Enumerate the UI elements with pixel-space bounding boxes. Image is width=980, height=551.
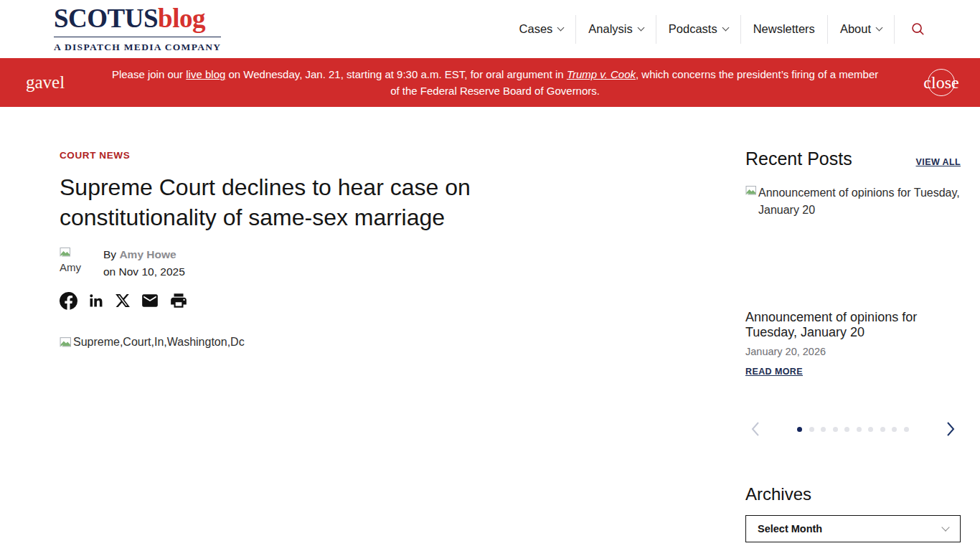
carousel-dots bbox=[764, 427, 942, 432]
broken-image-icon bbox=[60, 247, 71, 258]
share-row bbox=[60, 291, 542, 310]
carousel-dot[interactable] bbox=[821, 427, 826, 432]
chevron-left-icon bbox=[748, 420, 764, 438]
post-thumbnail[interactable]: Announcement of opinions for Tuesday, Ja… bbox=[745, 184, 961, 303]
avatar: Amy bbox=[60, 242, 91, 274]
recent-posts-carousel bbox=[745, 420, 961, 438]
nav-item-about[interactable]: About bbox=[828, 22, 894, 36]
byline-date: on Nov 10, 2025 bbox=[103, 263, 185, 281]
recent-posts-header: Recent Posts VIEW ALL bbox=[745, 149, 961, 169]
post-thumbnail-alt-text: Announcement of opinions for Tuesday, Ja… bbox=[758, 184, 961, 219]
nav-item-label: About bbox=[840, 22, 871, 36]
carousel-dot[interactable] bbox=[868, 427, 873, 432]
nav-item-cases[interactable]: Cases bbox=[507, 22, 576, 36]
carousel-dot[interactable] bbox=[904, 427, 909, 432]
main-content: COURT NEWS Supreme Court declines to hea… bbox=[0, 107, 980, 551]
banner-text: on Wednesday, Jan. 21, starting at 9:30 … bbox=[225, 68, 567, 80]
post-thumbnail-alt: Announcement of opinions for Tuesday, Ja… bbox=[745, 184, 961, 219]
live-blog-link[interactable]: live blog bbox=[186, 68, 225, 80]
carousel-dot[interactable] bbox=[892, 427, 897, 432]
chevron-down-icon bbox=[722, 24, 729, 32]
featured-image: Supreme,Court,In,Washington,Dc bbox=[60, 336, 542, 551]
search-button[interactable] bbox=[895, 22, 925, 37]
sidebar: Recent Posts VIEW ALL Announcement of op… bbox=[745, 149, 961, 551]
site-logo[interactable]: SCOTUSblog A DISPATCH MEDIA COMPANY bbox=[54, 5, 221, 53]
banner-message: Please join our live blog on Wednesday, … bbox=[90, 66, 900, 99]
carousel-dot[interactable] bbox=[844, 427, 849, 432]
nav-item-label: Analysis bbox=[588, 22, 632, 36]
byline-prefix: By bbox=[103, 248, 119, 260]
banner-close-button[interactable]: close bbox=[925, 67, 957, 98]
view-all-link[interactable]: VIEW ALL bbox=[916, 157, 961, 167]
archives-select-value: Select Month bbox=[758, 523, 822, 534]
nav-item-newsletters[interactable]: Newsletters bbox=[741, 22, 827, 36]
search-icon bbox=[910, 22, 925, 37]
banner-text: Please join our bbox=[112, 68, 186, 80]
article-column: COURT NEWS Supreme Court declines to hea… bbox=[60, 149, 542, 551]
x-twitter-icon[interactable] bbox=[115, 293, 131, 309]
author-link[interactable]: Amy Howe bbox=[119, 248, 176, 260]
read-more-link[interactable]: READ MORE bbox=[745, 367, 803, 377]
byline: Amy By Amy Howe on Nov 10, 2025 bbox=[60, 242, 542, 281]
carousel-prev-button[interactable] bbox=[748, 420, 764, 438]
featured-image-alt-text: Supreme,Court,In,Washington,Dc bbox=[73, 336, 245, 349]
alert-banner: gavel Please join our live blog on Wedne… bbox=[0, 58, 980, 107]
carousel-dot[interactable] bbox=[833, 427, 838, 432]
nav-item-analysis[interactable]: Analysis bbox=[576, 22, 655, 36]
chevron-down-icon bbox=[876, 24, 883, 32]
nav-item-label: Newsletters bbox=[753, 22, 815, 36]
category-link[interactable]: COURT NEWS bbox=[60, 150, 130, 161]
post-date: January 20, 2026 bbox=[745, 346, 961, 357]
chevron-down-icon bbox=[557, 24, 565, 32]
print-icon[interactable] bbox=[169, 291, 188, 310]
archives-month-select[interactable]: Select Month bbox=[745, 515, 961, 542]
avatar-alt-text: Amy bbox=[60, 260, 91, 274]
case-link[interactable]: Trump v. Cook bbox=[567, 68, 636, 80]
chevron-down-icon bbox=[941, 523, 949, 531]
gavel-icon: gavel bbox=[26, 72, 65, 93]
broken-image-icon bbox=[60, 336, 72, 348]
chevron-down-icon bbox=[637, 24, 644, 32]
recent-posts-heading: Recent Posts bbox=[745, 149, 852, 169]
broken-image-icon bbox=[745, 185, 757, 196]
archives-heading: Archives bbox=[745, 484, 961, 504]
carousel-dot[interactable] bbox=[880, 427, 885, 432]
carousel-dot[interactable] bbox=[809, 427, 814, 432]
carousel-dot[interactable] bbox=[797, 427, 802, 432]
site-header: SCOTUSblog A DISPATCH MEDIA COMPANY Case… bbox=[0, 0, 980, 58]
carousel-dot[interactable] bbox=[857, 427, 862, 432]
carousel-next-button[interactable] bbox=[942, 420, 958, 438]
facebook-icon[interactable] bbox=[60, 292, 77, 310]
byline-author-line: By Amy Howe bbox=[103, 246, 185, 263]
logo-wordmark: SCOTUSblog bbox=[54, 5, 221, 37]
logo-wordmark-accent: blog bbox=[158, 4, 205, 33]
logo-tagline: A DISPATCH MEDIA COMPANY bbox=[54, 42, 221, 53]
nav-item-label: Podcasts bbox=[669, 22, 717, 36]
logo-wordmark-primary: SCOTUS bbox=[54, 4, 158, 33]
byline-text: By Amy Howe on Nov 10, 2025 bbox=[103, 242, 185, 281]
nav-item-podcasts[interactable]: Podcasts bbox=[656, 22, 740, 36]
featured-image-alt: Supreme,Court,In,Washington,Dc bbox=[60, 336, 542, 349]
main-nav: Cases Analysis Podcasts Newsletters Abou… bbox=[507, 0, 925, 58]
email-icon[interactable] bbox=[141, 291, 159, 310]
nav-item-label: Cases bbox=[519, 22, 553, 36]
chevron-right-icon bbox=[942, 420, 958, 438]
post-title-link[interactable]: Announcement of opinions for Tuesday, Ja… bbox=[745, 310, 961, 340]
linkedin-icon[interactable] bbox=[88, 292, 105, 309]
page-title: Supreme Court declines to hear case on c… bbox=[60, 172, 542, 232]
close-icon: close bbox=[923, 73, 958, 93]
